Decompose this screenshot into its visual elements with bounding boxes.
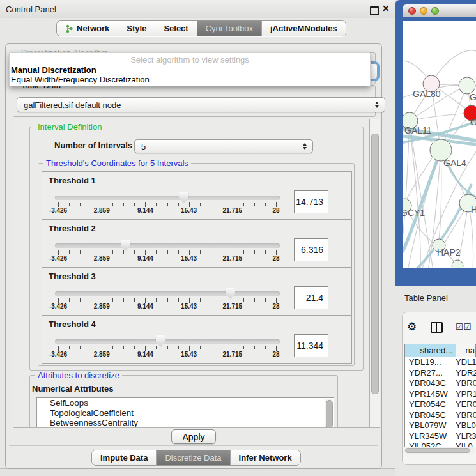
apply-button[interactable]: Apply (171, 429, 216, 444)
close-icon[interactable]: ✕ (382, 3, 390, 13)
slider-tick (69, 203, 70, 206)
slider-tick (200, 346, 201, 349)
thresholds-group: Threshold's Coordinates for 5 Intervals … (38, 163, 355, 366)
float-window-icon[interactable] (370, 6, 379, 15)
menu-item-equal-width-frequency-discretization[interactable]: Equal Width/Frequency Discretization (11, 75, 150, 84)
threshold-1-value-field[interactable]: 14.713 (294, 190, 328, 213)
number-of-intervals-select[interactable]: 5 (134, 139, 313, 153)
algorithm-dropdown-popup: Select algorithm to view settings Manual… (9, 52, 371, 86)
menu-item-manual-discretization[interactable]: Manual Discretization (11, 65, 96, 75)
slider-tick (145, 346, 146, 351)
minimize-traffic-light[interactable] (420, 7, 427, 15)
slider-tick (243, 250, 244, 254)
interval-definition-title: Interval Definition (35, 122, 104, 132)
cell-shared-name[interactable]: YBR043C (405, 378, 453, 389)
slider-tick-label: 15.43 (181, 255, 197, 262)
slider-tick (123, 298, 124, 302)
cell-name[interactable]: YLR3 (453, 431, 476, 442)
attributes-list-scrollbar[interactable] (325, 399, 333, 428)
network-node-label: GAL4 (443, 158, 466, 168)
slider-tick (112, 250, 113, 254)
slider-tick-label: 9.144 (137, 303, 153, 310)
cell-shared-name[interactable]: YPR145W (405, 389, 453, 400)
threshold-1-slider-thumb[interactable] (179, 192, 188, 203)
cell-name[interactable]: YDL1 (453, 357, 476, 368)
network-window-titlebar[interactable] (403, 4, 476, 17)
tab-select[interactable]: Select (155, 21, 197, 36)
slider-tick (178, 298, 179, 302)
tab-impute-data[interactable]: Impute Data (92, 450, 157, 465)
slider-tick (156, 346, 157, 349)
cell-shared-name[interactable]: YBL079W (405, 420, 453, 431)
slider-tick-label: 2.859 (94, 207, 110, 214)
threshold-2-slider-thumb[interactable] (121, 240, 130, 251)
slider-tick (80, 203, 81, 206)
slider-tick (265, 203, 266, 206)
tab-style[interactable]: Style (118, 21, 155, 36)
table-data-group: Table Data galFiltered.sif default node (13, 85, 376, 117)
close-traffic-light[interactable] (408, 7, 416, 15)
cell-name[interactable]: YER0 (453, 399, 476, 410)
network-view-canvas[interactable]: GAL80GACGAL11GAL4GCY1HHAP2 (403, 21, 476, 268)
threshold-2-value-field[interactable]: 6.316 (294, 238, 328, 261)
threshold-3-slider-track[interactable] (55, 291, 280, 296)
column-header-shared-name[interactable]: shared... (405, 344, 456, 357)
tab-discretize-data[interactable]: Discretize Data (157, 450, 230, 465)
tab-label: Select (164, 24, 188, 33)
table-row[interactable]: YDL19...YDL1 (405, 357, 476, 368)
select-columns-icons[interactable]: ☑☑ (456, 322, 472, 332)
threshold-2-slider-track[interactable] (55, 243, 280, 248)
table-row[interactable]: YIL052CYIL0 (405, 441, 476, 447)
cell-name[interactable]: YBR0 (453, 378, 476, 389)
cell-shared-name[interactable]: YIL052C (405, 441, 453, 447)
slider-tick (145, 298, 146, 303)
cell-shared-name[interactable]: YLR345W (405, 431, 453, 442)
attribute-item-betweennesscentrality[interactable]: BetweennessCentrality (37, 418, 334, 428)
threshold-3-value-field[interactable]: 21.4 (294, 286, 328, 309)
attribute-item-selfloops[interactable]: SelfLoops (37, 398, 334, 408)
cell-name[interactable]: YIL0 (453, 441, 476, 447)
gear-icon[interactable]: ⚙ (407, 320, 417, 334)
table-row[interactable]: YPR145WYPR1 (405, 389, 476, 400)
table-horizontal-scrollbar[interactable] (404, 447, 475, 454)
tab-network[interactable]: Network (57, 21, 118, 36)
cell-name[interactable]: YBR0 (453, 410, 476, 421)
slider-tick (200, 250, 201, 254)
slider-tick (102, 346, 102, 351)
table-data-select[interactable]: galFiltered.sif default node (17, 97, 385, 112)
cell-name[interactable]: YPR1 (453, 389, 476, 400)
settings-vertical-scrollbar[interactable] (369, 119, 380, 427)
slider-tick (211, 250, 211, 254)
cell-shared-name[interactable]: YDL19... (405, 357, 453, 368)
threshold-4-slider-track[interactable] (55, 339, 280, 344)
threshold-1-slider-track[interactable] (55, 196, 280, 200)
table-row[interactable]: YBL079WYBL0 (405, 420, 476, 431)
table-row[interactable]: YBR043CYBR0 (405, 378, 476, 389)
slider-tick (178, 203, 179, 206)
table-row[interactable]: YDR27...YDR2 (405, 368, 476, 379)
threshold-4-slider-thumb[interactable] (156, 335, 165, 347)
network-node[interactable] (452, 260, 463, 268)
slider-tick (134, 203, 135, 206)
threshold-4-value-field[interactable]: 11.344 (294, 334, 328, 357)
cell-shared-name[interactable]: YER054C (405, 399, 453, 410)
threshold-3-label: Threshold 3 (49, 272, 96, 281)
cell-name[interactable]: YBL0 (453, 420, 476, 431)
tab-jactivemnodules[interactable]: jActiveMNodules (262, 21, 346, 36)
column-header-name[interactable]: na (456, 344, 475, 357)
number-of-intervals-label: Number of Intervals (54, 141, 132, 150)
table-row[interactable]: YER054CYER0 (405, 399, 476, 410)
cell-name[interactable]: YDR2 (453, 368, 476, 379)
tab-infer-network[interactable]: Infer Network (231, 450, 300, 465)
table-row[interactable]: YBR045CYBR0 (405, 410, 476, 421)
tab-cyni-toolbox[interactable]: Cyni Toolbox (197, 21, 262, 36)
slider-tick (145, 250, 146, 255)
threshold-3-slider-thumb[interactable] (226, 288, 235, 299)
cell-shared-name[interactable]: YDR27... (405, 368, 453, 379)
maximize-traffic-light[interactable] (431, 7, 439, 15)
table-row[interactable]: YLR345WYLR3 (405, 431, 476, 442)
split-pane-icon[interactable] (431, 322, 443, 333)
attribute-item-topologicalcoefficient[interactable]: TopologicalCoefficient (37, 408, 334, 418)
cell-shared-name[interactable]: YBR045C (405, 410, 453, 421)
control-panel-titlebar[interactable] (0, 0, 395, 18)
